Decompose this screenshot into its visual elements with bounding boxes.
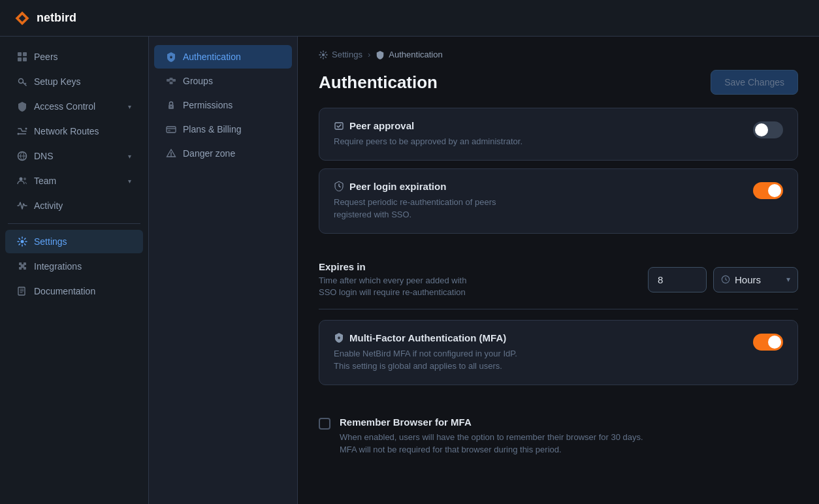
sidebar-item-activity[interactable]: Activity xyxy=(5,194,143,217)
mfa-label: Multi-Factor Authentication (MFA) xyxy=(349,332,506,343)
peer-approval-info: Peer approval Require peers to be approv… xyxy=(334,120,743,148)
book-icon xyxy=(17,286,27,296)
mfa-card: Multi-Factor Authentication (MFA) Enable… xyxy=(319,320,798,385)
breadcrumb: Settings › Authentication xyxy=(298,37,819,65)
settings-breadcrumb-icon xyxy=(319,50,328,59)
peer-approval-slider xyxy=(753,121,783,138)
sidebar-item-integrations[interactable]: Integrations xyxy=(5,255,143,278)
save-changes-button[interactable]: Save Changes xyxy=(711,70,798,95)
shield-lock-icon xyxy=(166,52,176,62)
settings-section-mfa: Multi-Factor Authentication (MFA) Enable… xyxy=(298,320,819,406)
sidebar-item-network-routes[interactable]: Network Routes xyxy=(5,119,143,143)
sidebar-item-peers[interactable]: Peers xyxy=(5,45,143,69)
page-title: Authentication xyxy=(319,72,438,93)
puzzle-icon xyxy=(17,261,27,272)
remember-browser-desc: When enabled, users will have the option… xyxy=(340,431,643,456)
sidebar-item-documentation[interactable]: Documentation xyxy=(5,279,143,303)
netbird-logo-icon xyxy=(13,9,31,27)
remember-browser-title: Remember Browser for MFA xyxy=(340,417,643,428)
peer-login-expiration-toggle[interactable] xyxy=(753,182,783,199)
sidebar-item-dns-label: DNS xyxy=(34,151,54,161)
subnav-item-groups-label: Groups xyxy=(183,76,213,86)
svg-rect-23 xyxy=(335,123,343,129)
peer-approval-toggle[interactable] xyxy=(753,121,783,138)
sidebar-item-setup-keys[interactable]: Setup Keys xyxy=(5,70,143,93)
expires-value-input[interactable] xyxy=(648,267,707,292)
peer-approval-card: Peer approval Require peers to be approv… xyxy=(319,108,798,161)
sidebar-item-team[interactable]: Team ▾ xyxy=(5,169,143,193)
expires-row: Expires in Time after which every peer a… xyxy=(298,255,819,306)
section-divider xyxy=(319,309,798,309)
expires-info: Expires in Time after which every peer a… xyxy=(319,261,648,298)
expires-label: Expires in xyxy=(319,261,648,272)
subnav-item-danger-zone[interactable]: Danger zone xyxy=(154,142,292,165)
subnav: Authentication Groups Permissions xyxy=(149,37,298,504)
sidebar: Peers Setup Keys Access Control ▾ Netw xyxy=(0,37,149,504)
subnav-item-plans-billing-label: Plans & Billing xyxy=(183,124,242,134)
routes-icon xyxy=(17,126,27,136)
team-chevron: ▾ xyxy=(128,178,131,185)
breadcrumb-current-label: Authentication xyxy=(389,50,442,59)
subnav-item-permissions[interactable]: Permissions xyxy=(154,93,292,117)
page-header: Authentication Save Changes xyxy=(298,65,819,108)
danger-icon xyxy=(166,148,176,159)
sidebar-item-access-control[interactable]: Access Control ▾ xyxy=(5,95,143,118)
svg-rect-4 xyxy=(18,57,22,61)
svg-rect-5 xyxy=(23,57,27,61)
time-unit-select[interactable]: Hours Days Weeks xyxy=(713,267,798,292)
lock-icon xyxy=(166,100,176,110)
auth-breadcrumb-icon xyxy=(376,50,385,59)
dns-chevron: ▾ xyxy=(128,153,131,160)
peer-approval-desc: Require peers to be approved by an admin… xyxy=(334,135,743,148)
svg-point-12 xyxy=(21,240,24,244)
subnav-item-permissions-label: Permissions xyxy=(183,100,233,110)
remember-browser-checkbox[interactable] xyxy=(319,418,330,430)
peer-approval-icon xyxy=(334,121,344,131)
expires-desc: Time after which every peer added withSS… xyxy=(319,275,648,298)
svg-rect-2 xyxy=(18,52,22,56)
subnav-item-danger-zone-label: Danger zone xyxy=(183,148,235,159)
sidebar-item-setup-keys-label: Setup Keys xyxy=(34,76,81,87)
main-layout: Peers Setup Keys Access Control ▾ Netw xyxy=(0,37,819,504)
logo-text: netbird xyxy=(37,11,76,25)
subnav-item-plans-billing[interactable]: Plans & Billing xyxy=(154,118,292,141)
peer-login-expiration-slider xyxy=(753,182,783,199)
breadcrumb-settings[interactable]: Settings xyxy=(319,50,362,59)
expires-controls: Hours Days Weeks ▾ xyxy=(648,267,798,292)
shield-icon xyxy=(17,101,27,112)
sidebar-item-integrations-label: Integrations xyxy=(34,261,82,272)
svg-rect-21 xyxy=(168,131,170,132)
peer-login-expiration-card: Peer login expiration Request periodic r… xyxy=(319,168,798,234)
gear-icon xyxy=(17,236,27,247)
svg-point-10 xyxy=(20,178,23,181)
breadcrumb-authentication: Authentication xyxy=(376,50,442,59)
svg-point-22 xyxy=(322,53,325,55)
remember-browser-info: Remember Browser for MFA When enabled, u… xyxy=(340,417,643,456)
globe-icon xyxy=(17,151,27,161)
sidebar-item-documentation-label: Documentation xyxy=(34,286,95,296)
grid-icon xyxy=(17,52,27,62)
sidebar-item-settings[interactable]: Settings xyxy=(5,230,143,253)
peer-login-expiration-label: Peer login expiration xyxy=(349,181,446,192)
svg-rect-16 xyxy=(170,78,173,80)
users-icon xyxy=(17,176,27,186)
svg-rect-15 xyxy=(172,79,176,82)
peer-approval-label: Peer approval xyxy=(349,120,414,131)
subnav-item-authentication-label: Authentication xyxy=(183,52,241,62)
sidebar-item-dns[interactable]: DNS ▾ xyxy=(5,144,143,168)
svg-rect-3 xyxy=(23,52,27,56)
subnav-item-groups[interactable]: Groups xyxy=(154,69,292,93)
mfa-toggle[interactable] xyxy=(753,334,783,351)
sidebar-item-activity-label: Activity xyxy=(34,200,63,211)
remember-browser-row: Remember Browser for MFA When enabled, u… xyxy=(298,406,819,467)
key-icon xyxy=(17,76,27,87)
subnav-item-authentication[interactable]: Authentication xyxy=(154,45,292,69)
sidebar-item-peers-label: Peers xyxy=(34,52,58,62)
mfa-title: Multi-Factor Authentication (MFA) xyxy=(334,332,743,343)
access-control-chevron: ▾ xyxy=(128,103,131,110)
svg-point-11 xyxy=(24,178,26,180)
groups-icon xyxy=(166,76,176,86)
svg-point-19 xyxy=(170,106,172,108)
activity-icon xyxy=(17,200,27,211)
svg-point-7 xyxy=(25,128,27,130)
